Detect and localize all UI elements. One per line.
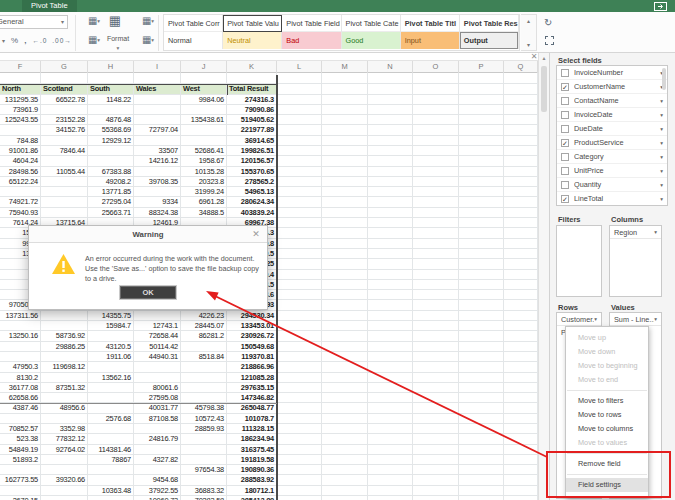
cell[interactable] <box>277 465 322 475</box>
cell[interactable]: 784.88 <box>0 136 41 146</box>
cell[interactable] <box>322 486 368 496</box>
cell[interactable] <box>504 403 538 413</box>
chevron-down-icon[interactable]: ▾ <box>660 98 663 104</box>
cell[interactable] <box>368 239 413 249</box>
cell[interactable]: 47950.3 <box>0 362 41 372</box>
cell[interactable] <box>504 84 538 95</box>
cell[interactable] <box>322 280 368 290</box>
cell[interactable] <box>368 352 413 362</box>
cell[interactable]: 78867 <box>88 455 134 465</box>
menu-item-remove-field[interactable]: Remove field <box>566 457 648 471</box>
cell[interactable]: 10363.48 <box>88 486 134 496</box>
cell[interactable] <box>41 177 88 187</box>
cell[interactable]: 92764.02 <box>41 445 88 455</box>
cell[interactable] <box>277 156 322 166</box>
cell[interactable] <box>181 342 227 352</box>
cell[interactable] <box>277 125 322 135</box>
cell[interactable] <box>322 249 368 259</box>
cell[interactable] <box>368 270 413 280</box>
cell[interactable]: 162773.55 <box>0 475 41 485</box>
cell[interactable]: 74921.72 <box>0 197 41 207</box>
cell[interactable]: 150549.68 <box>227 342 277 352</box>
cell[interactable] <box>368 486 413 496</box>
cell[interactable] <box>368 455 413 465</box>
cell[interactable] <box>368 414 413 424</box>
cell[interactable] <box>504 465 538 475</box>
cell[interactable] <box>322 239 368 249</box>
cell[interactable] <box>322 331 368 341</box>
cell[interactable]: 285413.89 <box>227 496 277 500</box>
cell[interactable] <box>368 373 413 383</box>
cell[interactable]: 39320.66 <box>41 475 88 485</box>
cell[interactable] <box>322 321 368 331</box>
cell[interactable] <box>322 197 368 207</box>
cell[interactable] <box>504 290 538 300</box>
cell[interactable] <box>413 373 459 383</box>
cell[interactable] <box>277 300 322 310</box>
cell[interactable]: 121085.28 <box>227 373 277 383</box>
cell[interactable]: 12743.1 <box>134 321 181 331</box>
cell[interactable]: 55368.69 <box>88 125 134 135</box>
cell[interactable] <box>277 187 322 197</box>
cell[interactable] <box>134 115 181 125</box>
cell[interactable]: 199826.51 <box>227 146 277 156</box>
cell[interactable] <box>504 218 538 228</box>
cell[interactable] <box>368 496 413 500</box>
cell[interactable]: 36883.32 <box>181 486 227 496</box>
cell[interactable] <box>368 218 413 228</box>
cell[interactable] <box>322 208 368 218</box>
cell[interactable] <box>322 146 368 156</box>
cell[interactable]: 45798.38 <box>181 403 227 413</box>
cell[interactable] <box>459 424 504 434</box>
cell[interactable]: 72658.44 <box>134 331 181 341</box>
cell[interactable]: 75940.93 <box>0 208 41 218</box>
cell[interactable]: 15984.7 <box>88 321 134 331</box>
cell[interactable] <box>459 84 504 95</box>
comma-style-icon[interactable]: , <box>24 36 27 45</box>
filters-box[interactable] <box>556 225 602 297</box>
decrease-decimal-icon[interactable]: ←.0 <box>32 37 47 44</box>
cell[interactable] <box>134 373 181 383</box>
percent-style-icon[interactable]: % <box>11 36 19 45</box>
cell[interactable] <box>459 197 504 207</box>
cell[interactable] <box>134 73 181 84</box>
cell[interactable] <box>413 146 459 156</box>
field-item-invoicenumber[interactable]: InvoiceNumber▾ <box>557 66 667 80</box>
cell[interactable] <box>368 208 413 218</box>
cell[interactable]: 125243.55 <box>0 115 41 125</box>
cell[interactable] <box>504 414 538 424</box>
cell[interactable] <box>181 73 227 84</box>
cell[interactable] <box>368 475 413 485</box>
cell[interactable] <box>0 486 41 496</box>
cell[interactable]: 20323.8 <box>181 177 227 187</box>
cell[interactable] <box>88 475 134 485</box>
cell[interactable] <box>277 321 322 331</box>
cell[interactable]: 14216.12 <box>134 156 181 166</box>
cell[interactable]: 73961.9 <box>0 105 41 115</box>
cell[interactable] <box>413 84 459 95</box>
cell[interactable] <box>459 259 504 269</box>
cell[interactable] <box>413 115 459 125</box>
cell[interactable] <box>459 249 504 259</box>
cell[interactable] <box>504 424 538 434</box>
cell[interactable] <box>368 115 413 125</box>
cell[interactable] <box>413 300 459 310</box>
cell[interactable] <box>459 331 504 341</box>
cell[interactable] <box>88 393 134 403</box>
rows-field-customer[interactable]: Customer... ▾ <box>557 313 601 326</box>
cell[interactable] <box>413 208 459 218</box>
cell[interactable]: 50114.42 <box>134 342 181 352</box>
cell[interactable] <box>134 167 181 177</box>
cell[interactable]: 8518.84 <box>181 352 227 362</box>
cell[interactable] <box>368 445 413 455</box>
cell[interactable] <box>277 403 322 413</box>
cell[interactable] <box>322 156 368 166</box>
cell[interactable] <box>322 125 368 135</box>
tab-pivot-table[interactable]: Pivot Table <box>22 0 77 12</box>
cell[interactable]: 28498.56 <box>0 167 41 177</box>
cell[interactable]: 155370.65 <box>227 167 277 177</box>
cell[interactable] <box>413 496 459 500</box>
cell[interactable] <box>322 167 368 177</box>
cell[interactable] <box>504 300 538 310</box>
cell[interactable]: 33507 <box>134 146 181 156</box>
